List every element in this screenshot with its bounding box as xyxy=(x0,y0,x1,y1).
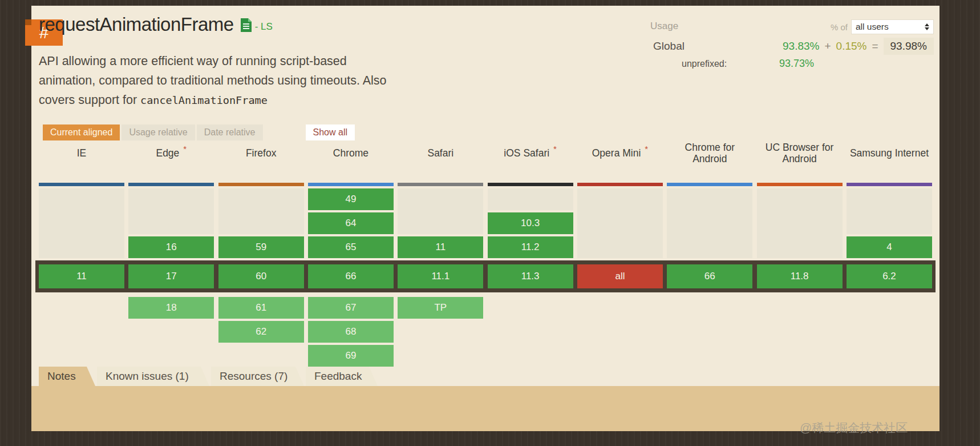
feature-description: API allowing a more efficient way of run… xyxy=(39,51,387,110)
browser-color-bar xyxy=(577,183,663,186)
browser-header: Firefox xyxy=(218,135,304,171)
browser-color-bar xyxy=(128,183,214,186)
percent-of-label: % of xyxy=(831,22,848,32)
description-line: API allowing a more efficient way of run… xyxy=(39,54,347,68)
usage-label: Usage xyxy=(650,21,678,32)
browser-color-bar xyxy=(308,183,394,186)
version-cell: 16 xyxy=(128,236,214,258)
users-dropdown[interactable]: all users xyxy=(851,19,934,34)
version-cell: 61 xyxy=(218,297,304,319)
browser-header: UC Browser for Android xyxy=(757,135,843,171)
version-cell: 10.3 xyxy=(488,212,573,234)
version-cell-unknown xyxy=(218,188,304,234)
version-cell: 66 xyxy=(308,264,394,288)
browser-header: iOS Safari* xyxy=(488,135,573,171)
support-table: IE11Edge*161718Firefox59606162Chrome4964… xyxy=(39,135,932,367)
version-cells: all xyxy=(577,188,663,367)
browser-columns: IE11Edge*161718Firefox59606162Chrome4964… xyxy=(39,135,932,367)
main-panel: # requestAnimationFrame - LS API allowin… xyxy=(31,6,939,431)
version-cell-unknown xyxy=(488,188,573,210)
browser-name: iOS Safari xyxy=(504,147,549,159)
tab-known-issues[interactable]: Known issues (1) xyxy=(97,367,209,386)
browser-name: IE xyxy=(77,147,87,159)
browser-column: IE11 xyxy=(39,135,124,367)
version-cells: 49646566676869 xyxy=(308,188,394,367)
browser-column: Safari1111.1TP xyxy=(398,135,483,367)
browser-column: Samsung Internet46.2 xyxy=(847,135,932,367)
browser-color-bar xyxy=(218,183,304,186)
browser-header: Chrome for Android xyxy=(667,135,752,171)
page-title: requestAnimationFrame xyxy=(39,14,234,35)
version-cell: 67 xyxy=(308,297,394,319)
usage-supported-percent: 93.83% xyxy=(783,40,819,53)
version-cell: 11.1 xyxy=(398,264,483,288)
version-cell: 18 xyxy=(128,297,214,319)
usage-total-percent: 93.98% xyxy=(884,38,934,55)
spec-document-icon[interactable] xyxy=(241,18,252,34)
browser-header: Chrome xyxy=(308,135,394,171)
version-cells: 1111.1TP xyxy=(398,188,483,367)
browser-name: UC Browser for Android xyxy=(757,142,843,164)
version-cell: 4 xyxy=(847,236,932,258)
note-asterisk: * xyxy=(553,143,557,155)
browser-column: Chrome49646566676869 xyxy=(308,135,394,367)
browser-name: Chrome for Android xyxy=(667,142,752,164)
browser-header: Edge* xyxy=(128,135,214,171)
watermark: @稀土掘金技术社区 xyxy=(800,420,908,436)
inline-code: cancelAnimationFrame xyxy=(140,94,268,106)
version-cell-unknown xyxy=(577,188,663,258)
browser-header: Opera Mini* xyxy=(577,135,663,171)
browser-header: IE xyxy=(39,135,124,171)
version-cells: 11 xyxy=(39,188,124,367)
unprefixed-label: unprefixed: xyxy=(682,59,727,69)
usage-values: 93.83% + 0.15% = 93.98% xyxy=(783,38,934,55)
browser-header: Samsung Internet xyxy=(847,135,932,171)
feature-header: requestAnimationFrame - LS xyxy=(39,14,273,35)
description-line: animation, compared to traditional metho… xyxy=(39,74,387,87)
browser-color-bar xyxy=(757,183,843,186)
version-cell-unknown xyxy=(667,188,752,258)
version-cell: 66 xyxy=(667,264,752,288)
version-cell: TP xyxy=(398,297,483,319)
version-cell: 11 xyxy=(39,264,124,288)
browser-name: Chrome xyxy=(333,147,368,159)
version-cells: 66 xyxy=(667,188,752,367)
browser-color-bar xyxy=(847,183,932,186)
version-cell-unknown xyxy=(757,188,843,258)
browser-column: Firefox59606162 xyxy=(218,135,304,367)
version-cell: 59 xyxy=(218,236,304,258)
browser-name: Opera Mini xyxy=(592,147,641,159)
browser-color-bar xyxy=(398,183,483,186)
version-cells: 161718 xyxy=(128,188,214,367)
spec-status-link[interactable]: - LS xyxy=(255,21,273,33)
browser-color-bar xyxy=(39,183,124,186)
version-cell: 11.2 xyxy=(488,236,573,258)
version-cell-unknown xyxy=(398,188,483,234)
plus-sign: + xyxy=(824,40,831,53)
version-cell: 6.2 xyxy=(847,264,932,288)
version-cell: 68 xyxy=(308,321,394,343)
dropdown-arrows-icon xyxy=(925,23,929,30)
version-cell-unknown xyxy=(39,188,124,258)
browser-column: Opera Mini*all xyxy=(577,135,663,367)
version-cell-unknown xyxy=(847,188,932,234)
version-cell-unknown xyxy=(128,188,214,234)
browser-name: Safari xyxy=(427,147,453,159)
version-cell: 17 xyxy=(128,264,214,288)
tab-feedback[interactable]: Feedback xyxy=(306,367,378,386)
browser-column: iOS Safari*10.311.211.3 xyxy=(488,135,573,367)
version-cell: 64 xyxy=(308,212,394,234)
version-cells: 11.8 xyxy=(757,188,843,367)
version-cells: 46.2 xyxy=(847,188,932,367)
unprefixed-value: 93.73% xyxy=(779,58,814,70)
usage-partial-percent: 0.15% xyxy=(836,40,867,53)
description-line: covers support for xyxy=(39,93,140,107)
version-cell: 69 xyxy=(308,345,394,367)
browser-name: Samsung Internet xyxy=(850,147,929,159)
tab-resources[interactable]: Resources (7) xyxy=(211,367,304,386)
browser-name: Firefox xyxy=(246,147,276,159)
version-cell: 60 xyxy=(218,264,304,288)
browser-column: Chrome for Android66 xyxy=(667,135,752,367)
version-cell: 11 xyxy=(398,236,483,258)
tab-notes[interactable]: Notes xyxy=(39,367,95,386)
